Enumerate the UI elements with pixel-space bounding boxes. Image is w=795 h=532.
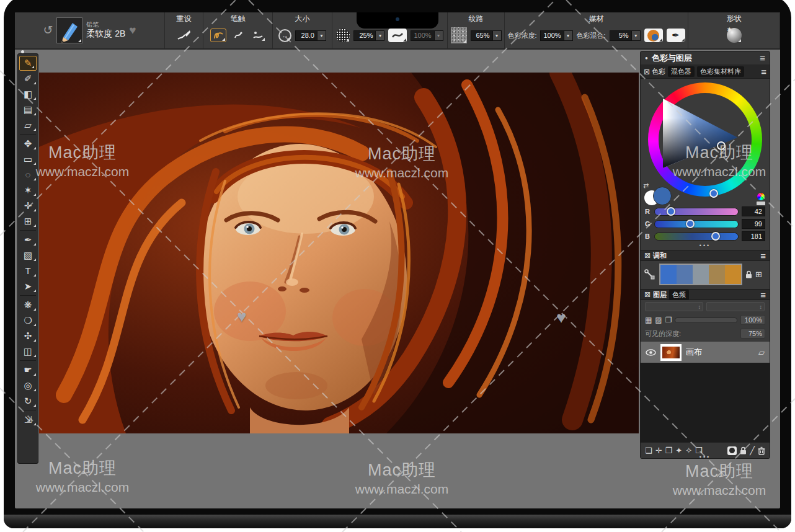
opacity-dropdown-arrow[interactable]: ▾ [376,30,384,41]
reset-brush-icon[interactable] [177,29,192,42]
harmony-swatch[interactable] [709,265,725,284]
harmony-swatch[interactable] [677,265,693,284]
lock-icon[interactable] [745,270,752,278]
visible-depth-value[interactable]: 75% [740,329,765,339]
opacity-sphere-icon[interactable] [336,29,350,42]
color-blend-field[interactable]: 5% [610,30,632,41]
favorite-heart-icon[interactable]: ♥ [129,24,136,37]
new-watercolor-layer-icon[interactable]: ✦ [675,446,682,455]
grain-dropdown-arrow[interactable]: ▾ [493,30,502,41]
color-strength-field[interactable]: 100% [540,30,564,41]
green-slider[interactable] [654,220,739,228]
tool-rectangular-shape[interactable]: ▧ [18,247,38,263]
size-dropdown-arrow[interactable]: ▾ [318,30,326,41]
layer-opacity-value[interactable]: 100% [740,315,765,325]
tool-layer-adjuster[interactable]: ✥ [18,136,38,151]
freehand-stroke-button[interactable] [210,29,226,42]
media-color-button[interactable] [644,29,663,42]
tab-color[interactable]: ⊠ 色彩 [644,67,665,76]
tab-channels[interactable]: 色频 [669,290,689,300]
tool-brush[interactable]: ✎ [19,56,37,71]
delete-layer-trash-icon[interactable] [758,446,765,455]
harmony-swatch[interactable] [725,265,741,284]
grain-value-field[interactable]: 65% [471,30,493,41]
grain-texture-thumbnail[interactable] [451,27,467,43]
color-wheel[interactable] [648,82,762,197]
straight-line-stroke-button[interactable] [230,29,246,42]
harmony-header[interactable]: ⊠ 调和 ≡ [641,250,770,261]
panel-resize-dots[interactable]: ••• [641,242,770,250]
tool-navigator[interactable]: ⇲ [18,412,38,427]
preserve-transparency-icon[interactable]: ▨ [655,316,662,324]
sv-knob[interactable] [717,141,726,150]
red-value[interactable]: 42 [742,206,765,216]
layer-opacity-slider[interactable] [675,317,737,323]
checkbox-icon[interactable]: ⊠ [644,290,651,299]
tool-watercolor[interactable]: ✣ [18,328,38,344]
tool-mirror-painting[interactable]: ❍ [18,313,38,328]
size-arrows-icon[interactable]: ↔ [278,29,291,42]
dynamic-plugins-icon[interactable]: ❏ [645,446,652,455]
panel-menu-icon[interactable]: ≡ [760,53,765,63]
tool-text[interactable]: T [18,263,38,278]
lock-layer-icon[interactable] [740,446,747,454]
brush-thumbnail[interactable] [56,17,82,43]
tool-dropper[interactable]: ✐ [18,71,38,86]
tool-eraser[interactable]: ▱ [18,117,38,133]
shape-sphere-icon[interactable]: ✱ [727,28,742,43]
harmony-swatch[interactable] [693,265,709,284]
harmony-menu-icon[interactable]: ≡ [760,250,766,261]
layers-header[interactable]: ⊠ 图层 色频 ≡ [641,289,770,300]
tool-image-hose[interactable]: ❋ [18,297,38,313]
main-color-swatch[interactable] [653,187,672,205]
color-tabs-menu-icon[interactable]: ≡ [761,66,766,77]
tool-pen[interactable]: ✒ [18,232,38,247]
swap-colors-icon[interactable]: ⇄ [643,182,649,190]
opacity-value-field[interactable]: 25% [353,30,376,41]
tab-color-library[interactable]: 色彩集材料库 [697,66,744,77]
pick-up-underlying-icon[interactable]: ❐ [665,316,672,324]
restore-default-brush-icon[interactable]: ↺ [43,23,53,37]
size-value-field[interactable]: 28.0 [295,30,318,41]
layer-mask-icon[interactable] [727,446,737,455]
tool-shape-selection[interactable]: ➤ [18,278,38,294]
tool-crop[interactable]: ⊞ [18,213,38,229]
harmony-link-icon[interactable] [644,268,656,281]
tab-mixer[interactable]: 混色器 [668,66,695,77]
new-layer-icon[interactable]: ❐ [665,446,673,455]
tool-magnifier[interactable]: ◎ [18,378,38,393]
new-liquid-ink-layer-icon[interactable]: ✧ [685,446,692,455]
tool-lasso[interactable]: ◌ [18,167,38,182]
canvas-document[interactable] [39,73,639,433]
tool-transform[interactable]: ✛ [18,198,38,213]
toolbox-handle-dot[interactable] [21,50,24,53]
tool-gradient[interactable]: ▤ [18,102,38,117]
layer-commands-icon[interactable]: ✛ [655,446,662,455]
media-marker-button[interactable]: ✒ [667,29,685,42]
checkbox-icon[interactable]: ⊠ [644,251,651,260]
layer-visibility-eye-icon[interactable] [646,349,656,356]
tool-magic-wand[interactable]: ✶ [18,182,38,198]
layer-row-canvas[interactable]: 画布 ▱ [641,342,770,363]
dither-icon[interactable]: ▦ [645,316,652,324]
tool-rectangular-selection[interactable]: ▭ [18,151,38,167]
blue-slider[interactable] [654,233,739,241]
tool-grabber[interactable]: ☛ [18,362,38,378]
layers-menu-icon[interactable]: ≡ [760,290,766,300]
tool-perspective-guides[interactable]: ◫ [18,344,38,359]
smoothing-button[interactable] [388,29,407,42]
tool-rotate-page[interactable]: ↻ [18,393,38,409]
color-blend-arrow[interactable]: ▾ [632,30,641,41]
add-swatch-icon[interactable]: ⊞ [755,270,762,279]
panel-header[interactable]: ● 色彩与图层 ≡ [641,51,770,65]
tool-paint-bucket[interactable]: ◧ [18,86,38,102]
green-value[interactable]: 99 [742,219,765,229]
size-section: 大小 ↔ 28.0 ▾ [273,12,332,48]
bottom-resize-dots[interactable]: ••• [700,454,711,460]
color-strength-arrow[interactable]: ▾ [564,30,573,41]
blue-value[interactable]: 181 [742,231,765,241]
harmony-swatch[interactable] [660,265,677,284]
stroke-options-button[interactable] [250,29,266,42]
red-slider[interactable] [654,208,739,216]
color-set-stamp-icon[interactable] [756,193,766,205]
